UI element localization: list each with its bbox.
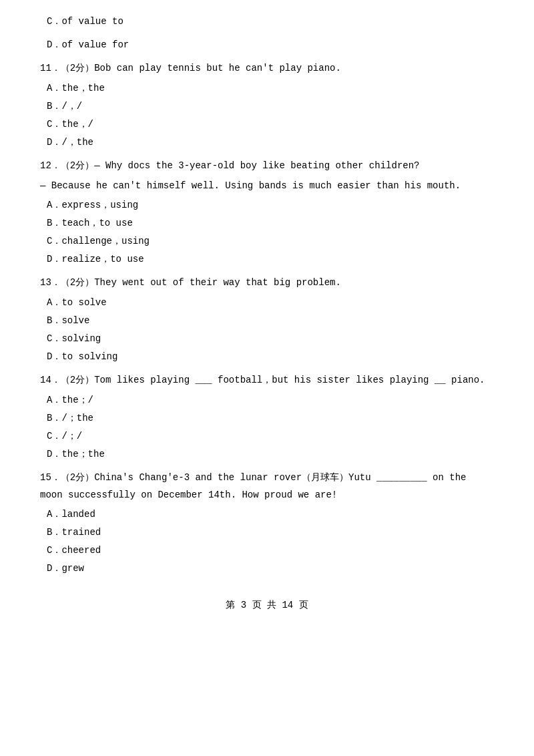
question-14-text: 14．（2分）Tom likes playing ___ football，bu… bbox=[40, 372, 494, 389]
option-text: D．of value for bbox=[47, 37, 494, 53]
q15-option-d: D．grew bbox=[47, 560, 494, 577]
q11-option-a: A．the，the bbox=[47, 80, 494, 97]
q13-option-a: A．to solve bbox=[47, 295, 494, 311]
q12-option-a: A．express，using bbox=[47, 197, 494, 214]
option-c-value-to: C．of value to bbox=[40, 13, 494, 30]
page-number: 第 3 页 共 14 页 bbox=[226, 600, 308, 610]
option-d-value-for: D．of value for bbox=[40, 37, 494, 53]
q14-option-c: C．/；/ bbox=[47, 428, 494, 445]
q11-option-d: D．/，the bbox=[47, 134, 494, 151]
question-12-subtext: — Because he can't himself well. Using b… bbox=[40, 178, 494, 194]
q12-option-c: C．challenge，using bbox=[47, 233, 494, 250]
q13-option-b: B．solve bbox=[47, 313, 494, 329]
q12-option-d: D．realize，to use bbox=[47, 251, 494, 268]
q14-option-d: D．the；the bbox=[47, 446, 494, 463]
q14-option-b: B．/；the bbox=[47, 410, 494, 427]
question-11: 11．（2分）Bob can play tennis but he can't … bbox=[40, 60, 494, 151]
question-12-text: 12．（2分）— Why docs the 3-year-old boy lik… bbox=[40, 158, 494, 174]
question-12: 12．（2分）— Why docs the 3-year-old boy lik… bbox=[40, 158, 494, 268]
question-13-text: 13．（2分）They went out of their way that b… bbox=[40, 274, 494, 291]
q13-option-d: D．to solving bbox=[47, 349, 494, 365]
question-15-text: 15．（2分）China's Chang'e-3 and the lunar r… bbox=[40, 469, 494, 503]
question-13: 13．（2分）They went out of their way that b… bbox=[40, 274, 494, 365]
question-14: 14．（2分）Tom likes playing ___ football，bu… bbox=[40, 372, 494, 463]
q15-option-a: A．landed bbox=[47, 506, 494, 523]
q15-option-c: C．cheered bbox=[47, 542, 494, 559]
q13-option-c: C．solving bbox=[47, 331, 494, 347]
q11-option-b: B．/，/ bbox=[47, 98, 494, 115]
page-footer: 第 3 页 共 14 页 bbox=[40, 597, 494, 614]
q15-option-b: B．trained bbox=[47, 524, 494, 541]
question-11-text: 11．（2分）Bob can play tennis but he can't … bbox=[40, 60, 494, 77]
question-15: 15．（2分）China's Chang'e-3 and the lunar r… bbox=[40, 469, 494, 577]
q12-option-b: B．teach，to use bbox=[47, 215, 494, 232]
option-text: C．of value to bbox=[47, 13, 494, 30]
q14-option-a: A．the；/ bbox=[47, 392, 494, 409]
q11-option-c: C．the，/ bbox=[47, 116, 494, 133]
